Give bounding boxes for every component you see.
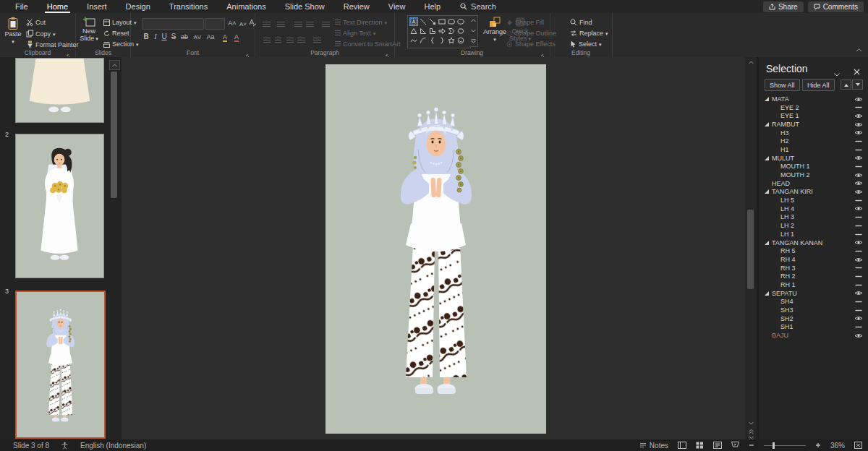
canvas-scrollbar-thumb[interactable] (747, 210, 754, 289)
shape-arc-button[interactable] (419, 36, 427, 45)
shape-block-arrow-button[interactable] (438, 27, 446, 35)
scroll-up-button[interactable] (746, 59, 755, 66)
accessibility-icon[interactable] (61, 442, 69, 450)
selection-item-mata[interactable]: MATA (759, 95, 868, 103)
find-button[interactable]: Find (570, 19, 592, 26)
shape-right-triangle-button[interactable] (419, 27, 427, 35)
copy-button[interactable]: Copy (26, 30, 56, 38)
slide-canvas[interactable] (326, 64, 546, 434)
align-right-button[interactable] (284, 35, 295, 46)
expand-triangle-icon[interactable] (765, 156, 769, 160)
clipboard-dialog-launcher-icon[interactable] (67, 50, 72, 56)
selection-item-tangan-kanan[interactable]: TANGAN KANAN (759, 239, 868, 247)
bold-button[interactable] (142, 33, 150, 40)
visibility-toggle-button[interactable] (854, 163, 864, 171)
selection-item-mulut[interactable]: MULUT (759, 154, 868, 163)
selection-item-lh-2[interactable]: LH 2 (759, 221, 868, 230)
visibility-toggle-button[interactable] (854, 265, 864, 272)
reading-view-button[interactable] (713, 442, 722, 449)
columns-button[interactable] (312, 35, 323, 46)
normal-view-button[interactable] (678, 442, 686, 449)
increase-indent-button[interactable] (305, 20, 315, 30)
selection-item-sh2[interactable]: SH2 (759, 314, 868, 323)
visibility-toggle-button[interactable] (854, 112, 864, 119)
zoom-out-button[interactable] (749, 442, 754, 448)
visibility-toggle-button[interactable] (854, 104, 864, 111)
notes-toggle-button[interactable]: Notes (639, 442, 668, 450)
menu-tab-home[interactable]: Home (38, 0, 77, 13)
visibility-toggle-button[interactable] (854, 332, 864, 339)
shape-rounded-rectangle-button[interactable] (447, 17, 456, 26)
underline-button[interactable] (160, 33, 169, 40)
visibility-toggle-button[interactable] (854, 121, 864, 128)
reset-button[interactable]: Reset (103, 30, 129, 37)
selection-item-sh4[interactable]: SH4 (759, 298, 868, 306)
search-box[interactable]: Search (460, 2, 496, 11)
shape-outline-button[interactable]: Shape Outline (506, 30, 556, 37)
scroll-down-button[interactable] (746, 419, 755, 427)
zoom-level[interactable]: 36% (830, 442, 845, 450)
numbering-button[interactable] (276, 20, 286, 30)
change-case-button[interactable] (205, 33, 216, 40)
visibility-toggle-button[interactable] (854, 197, 864, 204)
menu-tab-review[interactable]: Review (334, 0, 379, 13)
slide-sorter-view-button[interactable] (696, 442, 704, 449)
visibility-toggle-button[interactable] (854, 222, 864, 229)
comments-button[interactable]: Comments (808, 1, 864, 12)
shape-hexagon-button[interactable] (456, 27, 465, 35)
font-size-field[interactable] (205, 18, 225, 30)
paragraph-dialog-launcher-icon[interactable] (386, 50, 391, 56)
visibility-toggle-button[interactable] (854, 281, 864, 288)
menu-tab-animations[interactable]: Animations (217, 0, 275, 13)
visibility-toggle-button[interactable] (854, 239, 864, 246)
replace-button[interactable]: Replace (570, 30, 608, 37)
shape-rectangle-button[interactable] (438, 17, 446, 26)
menu-tab-help[interactable]: Help (414, 0, 450, 13)
bullets-button[interactable] (261, 20, 272, 30)
align-left-button[interactable] (261, 35, 272, 46)
align-center-button[interactable] (273, 35, 284, 46)
visibility-toggle-button[interactable] (854, 214, 864, 221)
language-indicator[interactable]: English (Indonesian) (80, 442, 146, 450)
visibility-toggle-button[interactable] (854, 205, 864, 212)
visibility-toggle-button[interactable] (854, 315, 864, 322)
selection-item-rh-1[interactable]: RH 1 (759, 280, 868, 289)
shape-star-button[interactable] (447, 36, 456, 45)
shape-l-shape-button[interactable] (428, 27, 437, 35)
selection-item-eye-1[interactable]: EYE 1 (759, 111, 868, 120)
cut-button[interactable]: Cut (26, 19, 46, 26)
shape-right-brace-button[interactable] (438, 36, 446, 45)
zoom-in-button[interactable] (815, 442, 821, 448)
selection-pane-menu-caret-icon[interactable] (834, 66, 840, 80)
visibility-toggle-button[interactable] (854, 180, 864, 187)
selection-item-mouth-1[interactable]: MOUTH 1 (759, 163, 868, 171)
selection-item-h2[interactable]: H2 (759, 137, 868, 145)
menu-tab-design[interactable]: Design (116, 0, 160, 13)
zoom-slider-thumb[interactable] (773, 442, 775, 449)
selection-item-rh-3[interactable]: RH 3 (759, 264, 868, 272)
visibility-toggle-button[interactable] (854, 324, 864, 331)
shape-arrow-button[interactable] (428, 17, 437, 26)
character-spacing-button[interactable] (192, 33, 203, 40)
shape-chevron-button[interactable] (447, 27, 456, 35)
shape-scribble-button[interactable] (409, 36, 418, 45)
visibility-toggle-button[interactable] (854, 95, 864, 103)
convert-to-smartart-button[interactable]: Convert to SmartArt (335, 40, 401, 48)
slide-thumbnail-2[interactable] (15, 134, 104, 278)
text-shadow-button[interactable] (169, 33, 178, 40)
visibility-toggle-button[interactable] (854, 155, 864, 162)
paste-button[interactable]: Paste (3, 17, 23, 45)
show-all-button[interactable]: Show All (765, 79, 800, 91)
justify-button[interactable] (296, 35, 307, 46)
strikethrough-button[interactable] (179, 33, 190, 40)
selection-item-rh-2[interactable]: RH 2 (759, 272, 868, 280)
shape-oval-button[interactable] (456, 17, 465, 26)
selection-item-rh-5[interactable]: RH 5 (759, 246, 868, 255)
selection-item-eye-2[interactable]: EYE 2 (759, 103, 868, 112)
visibility-toggle-button[interactable] (854, 137, 864, 145)
selection-item-h1[interactable]: H1 (759, 145, 868, 154)
selection-item-rambut[interactable]: RAMBUT (759, 120, 868, 129)
visibility-toggle-button[interactable] (854, 146, 864, 153)
align-text-button[interactable]: Align Text (335, 30, 375, 37)
decrease-font-size-button[interactable] (238, 20, 248, 27)
